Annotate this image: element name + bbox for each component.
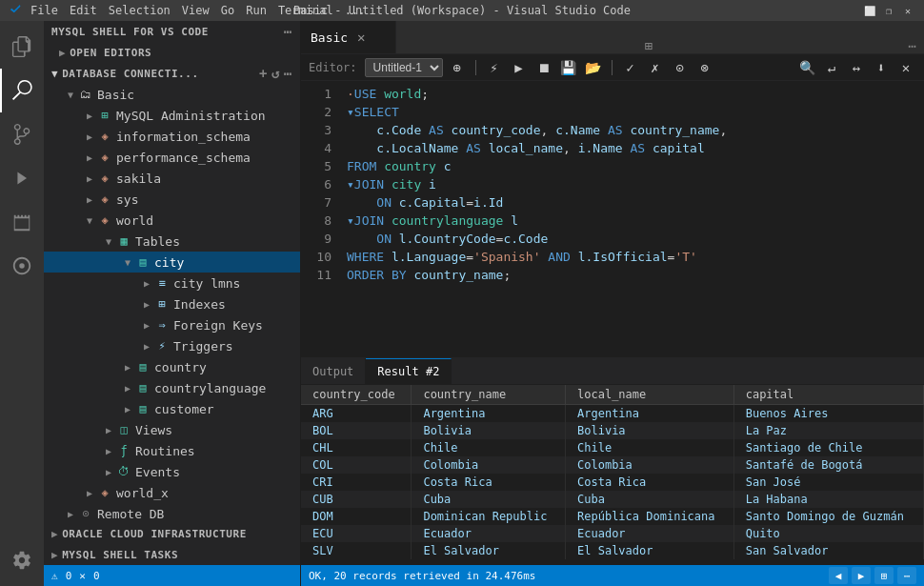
table-cell: Buenos Aires <box>733 405 923 423</box>
table-cl-icon: ▤ <box>135 380 151 395</box>
activity-run[interactable] <box>0 156 44 200</box>
run-check-icon[interactable]: ✓ <box>620 57 641 78</box>
more-options-icon[interactable]: ⋯ <box>284 66 292 81</box>
code-content[interactable]: ·USE world; ▾SELECT c.Code AS country_co… <box>339 81 924 357</box>
tree-world-x[interactable]: ▶ ◈ world_x <box>44 482 300 503</box>
connect-icon[interactable]: ⊙ <box>670 57 691 78</box>
minimize-button[interactable]: ⬜ <box>863 4 876 17</box>
table-cell: Argentina <box>412 405 566 423</box>
close-editor-icon[interactable]: ✕ <box>895 57 916 78</box>
tree-performance-schema[interactable]: ▶ ◈ performance_schema <box>44 147 300 168</box>
table-cell: La Paz <box>733 422 923 439</box>
db-connection-header[interactable]: ▼ DATABASE CONNECTI... + ↺ ⋯ <box>44 63 300 84</box>
activity-settings[interactable] <box>0 538 44 582</box>
error-icon: ✕ <box>79 570 86 582</box>
chevron-right-icon: ▶ <box>120 401 135 416</box>
tree-country[interactable]: ▶ ▤ country <box>44 356 300 377</box>
svg-point-0 <box>19 263 25 269</box>
file-selector[interactable]: Untitled-1 <box>365 58 443 77</box>
table-cell: La Habana <box>733 491 923 508</box>
close-button[interactable]: ✕ <box>901 4 914 17</box>
tree-information-schema[interactable]: ▶ ◈ information_schema <box>44 126 300 147</box>
tree-worldx-label: world_x <box>116 486 169 500</box>
output-tab[interactable]: Output <box>301 358 366 385</box>
results-table-wrap[interactable]: country_code country_name local_name cap… <box>301 385 924 565</box>
tree-remote-db[interactable]: ▶ ⊙ Remote DB <box>44 503 300 523</box>
triggers-icon: ⚡ <box>154 338 170 354</box>
activity-extensions[interactable] <box>0 200 44 244</box>
window-controls[interactable]: ⬜ ❐ ✕ <box>863 4 914 17</box>
tree-indexes[interactable]: ▶ ⊞ Indexes <box>44 293 300 314</box>
tree-events[interactable]: ▶ ⏱ Events <box>44 461 300 482</box>
activity-source-control[interactable] <box>0 112 44 156</box>
tree-sakila-label: sakila <box>116 172 161 186</box>
tab-basic[interactable]: Basic ✕ <box>301 21 396 53</box>
more-results-button[interactable]: ⋯ <box>897 567 916 584</box>
tab-bar: Basic ✕ ⊞ ⋯ <box>301 21 924 54</box>
separator-1 <box>475 60 476 75</box>
activity-search[interactable] <box>0 69 44 112</box>
remote-db-icon: ⊙ <box>78 506 93 521</box>
tree-mysql-admin[interactable]: ▶ ⊞ MySQL Administration <box>44 105 300 126</box>
menu-selection[interactable]: Selection <box>109 4 171 17</box>
prev-page-button[interactable]: ◀ <box>829 567 848 584</box>
results-nav-buttons: ◀ ▶ ⊞ ⋯ <box>829 567 916 584</box>
mysql-tasks-header[interactable]: ▶ MYSQL SHELL TASKS <box>44 544 300 565</box>
tree-customer[interactable]: ▶ ▤ customer <box>44 398 300 419</box>
tab-close-icon[interactable]: ✕ <box>353 30 369 45</box>
tree-city-columns[interactable]: ▶ ≡ city lmns <box>44 273 300 293</box>
save-icon[interactable]: 💾 <box>558 57 579 78</box>
copy-results-button[interactable]: ⊞ <box>874 567 894 584</box>
refresh-icon[interactable]: ↺ <box>271 66 280 81</box>
new-file-icon[interactable]: ⊕ <box>447 57 468 78</box>
more-tabs-icon[interactable]: ⋯ <box>901 38 924 53</box>
chevron-right-icon: ▶ <box>139 317 154 333</box>
tree-basic[interactable]: ▼ 🗂 Basic <box>44 84 300 105</box>
activity-mysql[interactable] <box>0 244 44 288</box>
execute-current-icon[interactable]: ▶ <box>509 57 530 78</box>
maximize-button[interactable]: ❐ <box>882 4 895 17</box>
tree-sys[interactable]: ▶ ◈ sys <box>44 189 300 210</box>
mysql-plugin-header[interactable]: MYSQL SHELL FOR VS CODE ⋯ <box>44 21 300 42</box>
tree-countrylanguage[interactable]: ▶ ▤ countrylanguage <box>44 377 300 398</box>
tree-tables[interactable]: ▼ ▦ Tables <box>44 231 300 252</box>
tree-city[interactable]: ▼ ▤ city <box>44 252 300 273</box>
table-cell: El Salvador <box>412 542 566 559</box>
result-tab[interactable]: Result #2 <box>366 358 452 385</box>
code-editor[interactable]: 1 2 3 4 5 6 7 8 9 10 11 ·USE world; ▾SEL… <box>301 81 924 357</box>
next-page-button[interactable]: ▶ <box>852 567 871 584</box>
chevron-right-icon: ▶ <box>82 485 97 500</box>
split-editor-icon[interactable]: ⊞ <box>637 38 660 53</box>
tree-sakila[interactable]: ▶ ◈ sakila <box>44 168 300 189</box>
tree-performance-schema-label: performance_schema <box>116 151 251 165</box>
execute-icon[interactable]: ⚡ <box>484 57 505 78</box>
tree-views[interactable]: ▶ ◫ Views <box>44 419 300 440</box>
editor-area: Basic ✕ ⊞ ⋯ Editor: Untitled-1 ⊕ ⚡ ▶ ⏹ 💾… <box>301 21 924 586</box>
stop-icon[interactable]: ⏹ <box>533 57 554 78</box>
menu-go[interactable]: Go <box>221 4 234 17</box>
run-x-icon[interactable]: ✗ <box>645 57 666 78</box>
tree-world[interactable]: ▼ ◈ world <box>44 210 300 231</box>
word-wrap-icon[interactable]: ↵ <box>821 57 842 78</box>
plugin-more-icon[interactable]: ⋯ <box>284 24 292 39</box>
indent-icon[interactable]: ↔ <box>846 57 867 78</box>
menu-file[interactable]: File <box>30 4 58 17</box>
menu-run[interactable]: Run <box>246 4 267 17</box>
tree-triggers[interactable]: ▶ ⚡ Triggers <box>44 335 300 356</box>
oracle-cloud-header[interactable]: ▶ ORACLE CLOUD INFRASTRUCTURE <box>44 523 300 544</box>
disconnect-icon[interactable]: ⊗ <box>694 57 715 78</box>
activity-explorer[interactable] <box>0 25 44 69</box>
menu-edit[interactable]: Edit <box>70 4 97 17</box>
tree-routines[interactable]: ▶ ƒ Routines <box>44 440 300 461</box>
search-toolbar-icon[interactable]: 🔍 <box>796 57 817 78</box>
add-connection-icon[interactable]: + <box>259 66 268 81</box>
chevron-down-icon: ▼ <box>63 87 78 102</box>
menu-view[interactable]: View <box>182 4 210 17</box>
download-icon[interactable]: ⬇ <box>871 57 892 78</box>
open-editors-header[interactable]: ▶ OPEN EDITORS <box>44 42 300 63</box>
line-numbers: 1 2 3 4 5 6 7 8 9 10 11 <box>301 81 339 357</box>
tree-foreign-keys[interactable]: ▶ ⇒ Foreign Keys <box>44 314 300 335</box>
warning-icon: ⚠ <box>51 570 58 582</box>
tree-city-columns-label: city lmns <box>173 276 240 291</box>
load-icon[interactable]: 📂 <box>583 57 604 78</box>
